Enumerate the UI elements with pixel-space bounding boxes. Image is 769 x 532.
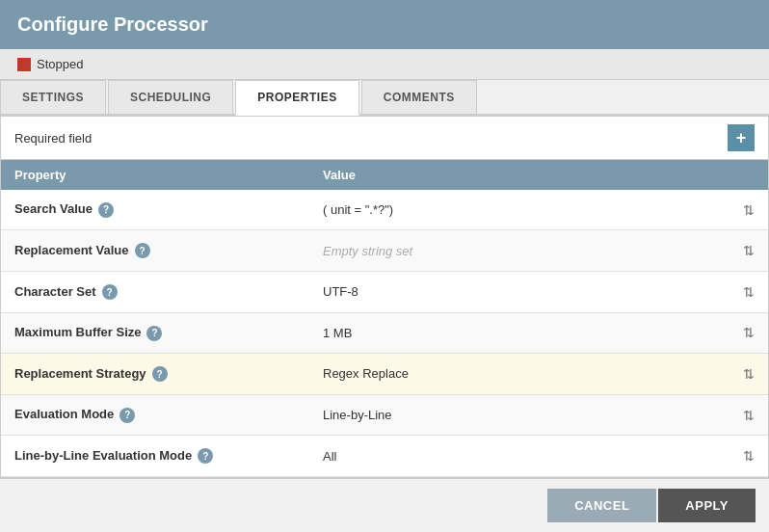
apply-button[interactable]: APPLY xyxy=(658,489,756,522)
property-name-cell: Character Set? xyxy=(1,272,309,313)
sort-icon[interactable]: ⇅ xyxy=(743,243,755,258)
property-name-cell: Evaluation Mode? xyxy=(1,394,309,436)
property-name-cell: Search Value? xyxy=(1,190,309,230)
property-name: Character Set xyxy=(14,284,96,299)
help-icon[interactable]: ? xyxy=(119,408,135,423)
property-name-cell: Maximum Buffer Size? xyxy=(1,312,309,354)
property-value: Regex Replace xyxy=(323,366,409,381)
property-name-cell: Line-by-Line Evaluation Mode? xyxy=(1,436,309,477)
property-value-cell[interactable]: All xyxy=(309,436,729,477)
help-icon[interactable]: ? xyxy=(198,448,213,464)
col-header-action xyxy=(729,160,768,190)
property-name-cell: Replacement Strategy? xyxy=(1,354,309,395)
add-property-button[interactable]: + xyxy=(728,124,755,151)
tab-settings[interactable]: SETTINGS xyxy=(0,80,106,114)
sort-icon[interactable]: ⇅ xyxy=(743,284,755,300)
property-value: All xyxy=(323,449,336,464)
col-header-property: Property xyxy=(1,160,309,190)
tab-scheduling[interactable]: SCHEDULING xyxy=(108,80,233,114)
property-action-cell[interactable]: ⇅ xyxy=(729,230,768,272)
required-field-bar: Required field + xyxy=(1,117,768,160)
property-value-cell[interactable]: 1 MB xyxy=(309,312,729,354)
property-action-cell[interactable]: ⇅ xyxy=(729,190,768,230)
property-name: Evaluation Mode xyxy=(14,407,114,421)
property-value-cell[interactable]: Empty string set xyxy=(309,230,729,272)
sort-icon[interactable]: ⇅ xyxy=(743,325,755,340)
property-name: Replacement Value xyxy=(14,243,129,257)
property-name: Maximum Buffer Size xyxy=(14,325,141,339)
property-value: ( unit = ".*?") xyxy=(323,202,393,217)
sort-icon[interactable]: ⇅ xyxy=(743,408,755,423)
table-row: Replacement Value?Empty string set⇅ xyxy=(1,230,768,272)
property-value: Empty string set xyxy=(323,244,412,258)
property-name: Search Value xyxy=(14,201,93,216)
properties-table: Property Value Search Value?( unit = ".*… xyxy=(1,160,768,477)
property-value-cell[interactable]: ( unit = ".*?") xyxy=(309,190,729,230)
table-row: Evaluation Mode?Line-by-Line⇅ xyxy=(1,394,768,436)
required-field-label: Required field xyxy=(14,131,92,146)
property-action-cell[interactable]: ⇅ xyxy=(729,272,768,313)
table-row: Maximum Buffer Size?1 MB⇅ xyxy=(1,312,768,354)
sort-icon[interactable]: ⇅ xyxy=(743,366,755,382)
help-icon[interactable]: ? xyxy=(102,284,118,300)
dialog-header: Configure Processor xyxy=(0,0,769,49)
property-name: Replacement Strategy xyxy=(14,366,146,381)
help-icon[interactable]: ? xyxy=(98,202,114,218)
property-action-cell[interactable]: ⇅ xyxy=(729,312,768,354)
property-name: Line-by-Line Evaluation Mode xyxy=(14,448,192,463)
sort-icon[interactable]: ⇅ xyxy=(743,202,755,218)
tab-bar: SETTINGS SCHEDULING PROPERTIES COMMENTS xyxy=(0,80,769,116)
dialog-footer: CANCEL APPLY xyxy=(0,478,769,532)
table-row: Character Set?UTF-8⇅ xyxy=(1,272,768,313)
table-row: Replacement Strategy?Regex Replace⇅ xyxy=(1,354,768,395)
tab-comments[interactable]: COMMENTS xyxy=(361,80,477,114)
status-bar: Stopped xyxy=(0,49,769,80)
property-value: Line-by-Line xyxy=(323,408,392,422)
property-value: UTF-8 xyxy=(323,284,358,299)
dialog-title: Configure Processor xyxy=(17,13,752,36)
help-icon[interactable]: ? xyxy=(135,243,150,258)
property-value: 1 MB xyxy=(323,326,352,340)
property-value-cell[interactable]: UTF-8 xyxy=(309,272,729,313)
col-header-value: Value xyxy=(309,160,729,190)
tab-properties[interactable]: PROPERTIES xyxy=(235,80,358,116)
status-label: Stopped xyxy=(37,57,83,71)
property-action-cell[interactable]: ⇅ xyxy=(729,354,768,395)
property-action-cell[interactable]: ⇅ xyxy=(729,436,768,477)
table-row: Line-by-Line Evaluation Mode?All⇅ xyxy=(1,436,768,477)
property-value-cell[interactable]: Line-by-Line xyxy=(309,394,729,436)
table-header-row: Property Value xyxy=(1,160,768,190)
property-value-cell[interactable]: Regex Replace xyxy=(309,354,729,395)
status-indicator xyxy=(17,58,31,71)
help-icon[interactable]: ? xyxy=(146,326,162,341)
cancel-button[interactable]: CANCEL xyxy=(547,489,656,522)
content-area: Required field + Property Value Search V… xyxy=(0,116,769,478)
property-action-cell[interactable]: ⇅ xyxy=(729,394,768,436)
table-row: Search Value?( unit = ".*?")⇅ xyxy=(1,190,768,230)
help-icon[interactable]: ? xyxy=(152,366,168,382)
sort-icon[interactable]: ⇅ xyxy=(743,448,755,464)
property-name-cell: Replacement Value? xyxy=(1,230,309,272)
